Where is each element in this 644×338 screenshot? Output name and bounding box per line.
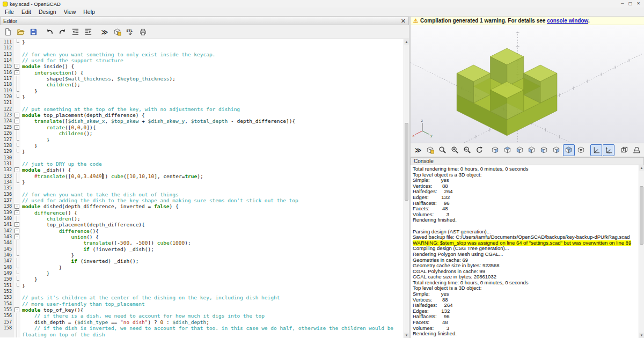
fold-marker[interactable]: [14, 45, 20, 51]
fold-marker[interactable]: [14, 246, 20, 252]
code-text[interactable]: }: [20, 270, 404, 276]
scroll-up-icon[interactable]: ▲: [404, 39, 409, 45]
code-text[interactable]: children();: [20, 82, 404, 87]
code-text[interactable]: [20, 100, 404, 106]
code-text[interactable]: difference(){: [20, 228, 404, 234]
minimize-button[interactable]: ─: [621, 1, 624, 6]
code-text[interactable]: // put something at the top of the key, …: [20, 106, 404, 112]
code-text[interactable]: module top_of_key(){: [20, 307, 404, 313]
view-center-button[interactable]: [575, 144, 587, 156]
fold-marker[interactable]: [14, 240, 20, 246]
view-bottom-button[interactable]: [514, 144, 525, 156]
code-text[interactable]: union() {: [20, 234, 404, 240]
console-scroll-thumb[interactable]: [640, 186, 643, 245]
preview-button[interactable]: ≫: [98, 26, 110, 38]
view-top-button[interactable]: [501, 144, 513, 156]
code-text[interactable]: }: [20, 252, 404, 258]
code-text[interactable]: }: [20, 143, 404, 149]
code-text[interactable]: // if the dish is inverted, we need to a…: [20, 325, 404, 337]
fold-marker[interactable]: [14, 264, 20, 270]
fold-collapse-icon[interactable]: -: [14, 229, 19, 233]
editor-scrollbar[interactable]: ▲ ▼: [404, 39, 409, 338]
render-button[interactable]: [425, 144, 436, 156]
code-text[interactable]: children();: [20, 130, 404, 136]
code-text[interactable]: translate([-500, -500]) cube(1000);: [20, 240, 404, 246]
fold-marker[interactable]: [14, 319, 20, 325]
fold-collapse-icon[interactable]: -: [14, 119, 19, 123]
code-text[interactable]: children();: [20, 216, 404, 222]
code-text[interactable]: }: [20, 276, 404, 282]
fold-marker[interactable]: [14, 76, 20, 82]
code-text[interactable]: dish_depth = ($dish_type == "no dish") ?…: [20, 319, 404, 325]
fold-marker[interactable]: [14, 94, 20, 100]
fold-marker[interactable]: [14, 313, 20, 319]
fold-collapse-icon[interactable]: -: [14, 167, 19, 172]
fold-marker[interactable]: [14, 325, 20, 337]
undo-button[interactable]: [43, 26, 55, 38]
fold-marker[interactable]: [14, 185, 20, 191]
fold-marker[interactable]: [14, 52, 20, 57]
indent-button[interactable]: [82, 26, 94, 38]
fold-marker[interactable]: -: [14, 70, 20, 76]
fold-marker[interactable]: [14, 179, 20, 185]
code-text[interactable]: }: [20, 264, 404, 270]
view-diagonal-button[interactable]: [563, 144, 575, 156]
fold-marker[interactable]: [14, 301, 20, 307]
fold-marker[interactable]: [14, 100, 20, 106]
console-scrollbar[interactable]: ▲ ▼: [639, 165, 644, 338]
fold-marker[interactable]: [14, 289, 20, 295]
view-back-button[interactable]: [551, 144, 562, 156]
menu-file[interactable]: File: [1, 8, 18, 16]
fold-marker[interactable]: -: [14, 124, 20, 130]
code-text[interactable]: }: [20, 39, 404, 45]
fold-marker[interactable]: [14, 270, 20, 276]
editor-close-button[interactable]: ✕: [401, 18, 406, 24]
fold-collapse-icon[interactable]: -: [14, 210, 19, 215]
view-front-button[interactable]: [538, 144, 550, 156]
code-text[interactable]: module top_placement(depth_difference) {: [20, 112, 404, 118]
menu-view[interactable]: View: [60, 8, 80, 16]
zoom-in-button[interactable]: [449, 144, 461, 156]
code-text[interactable]: difference() {: [20, 210, 404, 216]
code-text[interactable]: intersection() {: [20, 70, 404, 76]
fold-marker[interactable]: [14, 161, 20, 167]
fold-collapse-icon[interactable]: -: [14, 70, 19, 75]
fold-marker[interactable]: -: [14, 63, 20, 69]
code-text[interactable]: }: [20, 149, 404, 155]
fold-collapse-icon[interactable]: -: [14, 64, 19, 69]
reset-view-button[interactable]: [473, 144, 485, 156]
code-text[interactable]: }: [20, 88, 404, 94]
fold-collapse-icon[interactable]: -: [14, 125, 19, 130]
fold-collapse-icon[interactable]: -: [14, 204, 19, 209]
fold-marker[interactable]: -: [14, 234, 20, 240]
code-text[interactable]: [20, 45, 404, 51]
code-text[interactable]: // more user-friendly than top_placement: [20, 301, 404, 307]
zoom-all-button[interactable]: [437, 144, 449, 156]
zoom-out-button[interactable]: [462, 144, 473, 156]
editor-scroll-thumb[interactable]: [405, 123, 408, 201]
fold-marker[interactable]: [14, 82, 20, 87]
view-left-button[interactable]: [526, 144, 538, 156]
fold-marker[interactable]: -: [14, 167, 20, 173]
preview-button[interactable]: ≫: [412, 144, 424, 156]
redo-button[interactable]: [56, 26, 68, 38]
toggle-axes-button[interactable]: [590, 144, 602, 156]
code-text[interactable]: [20, 185, 404, 191]
maximize-button[interactable]: ▢: [628, 1, 633, 6]
fold-marker[interactable]: -: [14, 228, 20, 234]
render-button[interactable]: [111, 26, 123, 38]
code-text[interactable]: }: [20, 283, 404, 289]
export-stl-button[interactable]: STL: [124, 26, 136, 38]
code-text[interactable]: }: [20, 94, 404, 100]
code-text[interactable]: // puts it's children at the center of t…: [20, 295, 404, 300]
code-text[interactable]: // if there is a dish, we need to accoun…: [20, 313, 404, 319]
fold-marker[interactable]: [14, 88, 20, 94]
fold-marker[interactable]: [14, 137, 20, 143]
fold-marker[interactable]: [14, 106, 20, 112]
code-text[interactable]: #translate([0,0,3.4949]) cube([10,10,10]…: [20, 173, 404, 179]
fold-marker[interactable]: [14, 258, 20, 264]
fold-marker[interactable]: [14, 173, 20, 179]
fold-collapse-icon[interactable]: -: [14, 113, 19, 117]
fold-marker[interactable]: -: [14, 222, 20, 227]
code-text[interactable]: module inside() {: [20, 63, 404, 69]
